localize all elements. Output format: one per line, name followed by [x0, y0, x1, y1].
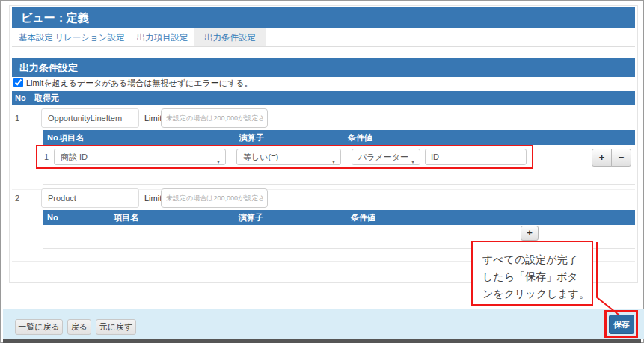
- source-name-field[interactable]: Product: [41, 188, 139, 208]
- tab-basic-settings[interactable]: 基本設定: [13, 28, 58, 46]
- value-type-select-value: パラメーター: [358, 152, 408, 161]
- operator-select[interactable]: 等しい(=) ▼: [236, 149, 341, 165]
- limit-label: Limit: [144, 114, 162, 123]
- condition-table-header: No 項目名 演算子 条件値: [43, 210, 635, 225]
- source-name-field[interactable]: OpportunityLineItem: [41, 108, 139, 128]
- condition-col-field: 項目名: [59, 130, 84, 145]
- remove-condition-button[interactable]: −: [611, 149, 631, 167]
- app-window: ビュー：定義 基本設定 リレーション設定 出力項目設定 出力条件設定 出力条件設…: [0, 0, 644, 343]
- operator-select-value: 等しい(=): [243, 152, 278, 161]
- condition-row-no: 1: [44, 152, 49, 161]
- condition-col-value: 条件値: [348, 130, 372, 145]
- condition-value-input[interactable]: [425, 149, 527, 165]
- condition-table-header: No 項目名 演算子 条件値: [43, 130, 635, 145]
- source-col-name: 取得元: [34, 91, 59, 105]
- tab-output-item-settings[interactable]: 出力項目設定: [132, 28, 193, 46]
- limit-input[interactable]: [161, 108, 268, 128]
- add-condition-button[interactable]: +: [592, 149, 612, 167]
- annotation-callout: すべての設定が完了 したら「保存」ボタ ンをクリックします。: [471, 241, 593, 306]
- source-row-no: 1: [15, 114, 19, 123]
- condition-col-operator: 演算子: [239, 130, 264, 145]
- tab-divider: [12, 46, 635, 47]
- source-table-header: No 取得元: [12, 91, 635, 105]
- source-row-no: 2: [15, 194, 19, 203]
- limit-error-checkbox[interactable]: [13, 78, 23, 87]
- back-to-list-button[interactable]: 一覧に戻る: [15, 319, 63, 335]
- condition-col-field: 項目名: [114, 210, 138, 225]
- condition-col-no: No: [47, 130, 58, 145]
- annotation-line: ンをクリックします。: [482, 285, 592, 303]
- limit-label: Limit: [144, 194, 162, 203]
- tab-output-condition-settings[interactable]: 出力条件設定: [194, 28, 266, 46]
- field-name-select[interactable]: 商談 ID ▼: [54, 149, 226, 165]
- section-title: 出力条件設定: [19, 62, 78, 73]
- annotation-line: すべての設定が完了: [482, 251, 592, 268]
- limit-input[interactable]: [161, 188, 268, 208]
- save-button[interactable]: 保存: [609, 315, 634, 334]
- condition-col-no: No: [47, 210, 58, 225]
- condition-col-operator: 演算子: [239, 210, 263, 225]
- dropdown-caret-icon: ▼: [216, 155, 221, 170]
- page-title: ビュー：定義: [21, 11, 89, 24]
- add-condition-button[interactable]: +: [521, 226, 539, 241]
- section-header-bar: 出力条件設定: [12, 58, 635, 77]
- value-type-select[interactable]: パラメーター ▼: [352, 149, 420, 165]
- page-title-bar: ビュー：定義: [12, 7, 635, 28]
- annotation-line: したら「保存」ボタ: [482, 268, 592, 285]
- condition-col-value: 条件値: [351, 210, 375, 225]
- dropdown-caret-icon: ▼: [411, 155, 415, 170]
- dropdown-caret-icon: ▼: [331, 155, 336, 170]
- tab-relation-settings[interactable]: リレーション設定: [54, 28, 126, 46]
- field-name-select-value: 商談 ID: [61, 152, 88, 161]
- back-button[interactable]: 戻る: [67, 319, 91, 335]
- divider: [43, 184, 635, 185]
- window-bottom-edge: [3, 339, 641, 343]
- source-col-no: No: [15, 91, 26, 105]
- revert-button[interactable]: 元に戻す: [96, 319, 136, 335]
- limit-error-checkbox-label: Limitを超えるデータがある場合は無視せずにエラーにする。: [26, 78, 253, 88]
